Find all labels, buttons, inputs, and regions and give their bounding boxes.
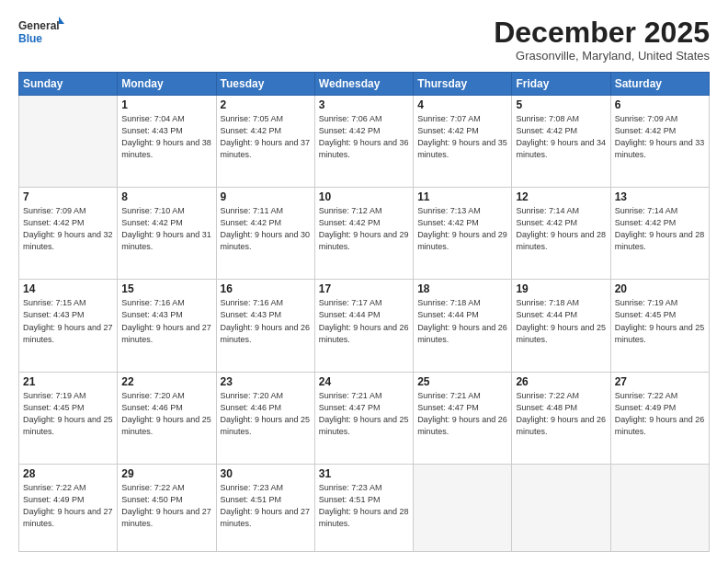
day-number: 4 [417,98,507,111]
calendar-cell: 13 Sunrise: 7:14 AMSunset: 4:42 PMDaylig… [610,188,709,280]
day-info: Sunrise: 7:20 AMSunset: 4:46 PMDaylight:… [221,391,311,436]
day-number: 22 [121,375,211,388]
day-number: 10 [319,190,409,203]
calendar-cell: 30 Sunrise: 7:23 AMSunset: 4:51 PMDaylig… [216,464,314,551]
day-number: 25 [417,375,507,388]
day-info: Sunrise: 7:12 AMSunset: 4:42 PMDaylight:… [319,206,409,251]
day-number: 13 [615,190,705,203]
calendar-cell: 5 Sunrise: 7:08 AMSunset: 4:42 PMDayligh… [512,96,610,188]
logo-svg: General Blue [18,17,64,50]
calendar-week-row: 7 Sunrise: 7:09 AMSunset: 4:42 PMDayligh… [19,188,710,280]
day-number: 17 [319,282,409,295]
logo: General Blue [18,17,64,50]
day-number: 21 [23,375,113,388]
day-info: Sunrise: 7:17 AMSunset: 4:44 PMDaylight:… [319,298,409,343]
calendar-cell [414,464,512,551]
calendar-cell: 21 Sunrise: 7:19 AMSunset: 4:45 PMDaylig… [19,372,118,464]
svg-marker-1 [59,17,64,24]
day-info: Sunrise: 7:19 AMSunset: 4:45 PMDaylight:… [615,298,705,343]
day-number: 16 [221,282,311,295]
calendar-cell: 26 Sunrise: 7:22 AMSunset: 4:48 PMDaylig… [512,372,610,464]
day-number: 11 [417,190,507,203]
day-number: 9 [221,190,311,203]
day-info: Sunrise: 7:22 AMSunset: 4:50 PMDaylight:… [121,483,211,528]
day-number: 24 [319,375,409,388]
day-number: 29 [121,467,211,480]
calendar-cell: 15 Sunrise: 7:16 AMSunset: 4:43 PMDaylig… [118,280,216,372]
calendar-header-row: Sunday Monday Tuesday Wednesday Thursday… [19,73,710,96]
day-info: Sunrise: 7:14 AMSunset: 4:42 PMDaylight:… [516,206,606,251]
day-number: 6 [615,98,705,111]
header-tuesday: Tuesday [216,73,314,96]
day-number: 27 [615,375,705,388]
day-info: Sunrise: 7:18 AMSunset: 4:44 PMDaylight:… [516,298,606,343]
day-number: 30 [221,467,311,480]
day-info: Sunrise: 7:23 AMSunset: 4:51 PMDaylight:… [221,483,311,528]
calendar-week-row: 14 Sunrise: 7:15 AMSunset: 4:43 PMDaylig… [19,280,710,372]
calendar-cell: 27 Sunrise: 7:22 AMSunset: 4:49 PMDaylig… [610,372,709,464]
day-info: Sunrise: 7:18 AMSunset: 4:44 PMDaylight:… [417,298,507,343]
calendar-cell: 6 Sunrise: 7:09 AMSunset: 4:42 PMDayligh… [610,96,709,188]
calendar-cell: 16 Sunrise: 7:16 AMSunset: 4:43 PMDaylig… [216,280,314,372]
day-info: Sunrise: 7:22 AMSunset: 4:49 PMDaylight:… [615,391,705,436]
svg-text:General: General [18,19,60,32]
calendar-cell: 17 Sunrise: 7:17 AMSunset: 4:44 PMDaylig… [314,280,413,372]
day-info: Sunrise: 7:09 AMSunset: 4:42 PMDaylight:… [615,114,705,159]
calendar-cell: 14 Sunrise: 7:15 AMSunset: 4:43 PMDaylig… [19,280,118,372]
calendar-cell: 28 Sunrise: 7:22 AMSunset: 4:49 PMDaylig… [19,464,118,551]
day-number: 3 [319,98,409,111]
day-number: 31 [319,467,409,480]
calendar-cell [19,96,118,188]
page: General Blue December 2025 Grasonville, … [0,0,728,563]
day-info: Sunrise: 7:05 AMSunset: 4:42 PMDaylight:… [221,114,311,159]
day-info: Sunrise: 7:15 AMSunset: 4:43 PMDaylight:… [23,298,113,343]
header-saturday: Saturday [610,73,709,96]
calendar-week-row: 21 Sunrise: 7:19 AMSunset: 4:45 PMDaylig… [19,372,710,464]
day-info: Sunrise: 7:14 AMSunset: 4:42 PMDaylight:… [615,206,705,251]
day-info: Sunrise: 7:16 AMSunset: 4:43 PMDaylight:… [221,298,311,343]
day-number: 19 [516,282,606,295]
day-number: 12 [516,190,606,203]
day-info: Sunrise: 7:09 AMSunset: 4:42 PMDaylight:… [23,206,113,251]
calendar-cell: 3 Sunrise: 7:06 AMSunset: 4:42 PMDayligh… [314,96,413,188]
day-info: Sunrise: 7:06 AMSunset: 4:42 PMDaylight:… [319,114,409,159]
day-info: Sunrise: 7:04 AMSunset: 4:43 PMDaylight:… [121,114,211,159]
calendar-cell: 31 Sunrise: 7:23 AMSunset: 4:51 PMDaylig… [314,464,413,551]
day-number: 7 [23,190,113,203]
calendar-cell: 20 Sunrise: 7:19 AMSunset: 4:45 PMDaylig… [610,280,709,372]
header-monday: Monday [118,73,216,96]
calendar-cell: 18 Sunrise: 7:18 AMSunset: 4:44 PMDaylig… [414,280,512,372]
header-friday: Friday [512,73,610,96]
calendar-cell [512,464,610,551]
day-number: 18 [417,282,507,295]
calendar-cell: 24 Sunrise: 7:21 AMSunset: 4:47 PMDaylig… [314,372,413,464]
day-number: 26 [516,375,606,388]
calendar-cell: 7 Sunrise: 7:09 AMSunset: 4:42 PMDayligh… [19,188,118,280]
day-number: 8 [121,190,211,203]
day-info: Sunrise: 7:08 AMSunset: 4:42 PMDaylight:… [516,114,606,159]
day-info: Sunrise: 7:21 AMSunset: 4:47 PMDaylight:… [319,391,409,436]
day-number: 15 [121,282,211,295]
calendar-cell: 23 Sunrise: 7:20 AMSunset: 4:46 PMDaylig… [216,372,314,464]
calendar-cell: 9 Sunrise: 7:11 AMSunset: 4:42 PMDayligh… [216,188,314,280]
location: Grasonville, Maryland, United States [494,49,710,63]
calendar-week-row: 28 Sunrise: 7:22 AMSunset: 4:49 PMDaylig… [19,464,710,551]
calendar-cell: 29 Sunrise: 7:22 AMSunset: 4:50 PMDaylig… [118,464,216,551]
day-info: Sunrise: 7:22 AMSunset: 4:49 PMDaylight:… [23,483,113,528]
day-number: 5 [516,98,606,111]
calendar-cell: 25 Sunrise: 7:21 AMSunset: 4:47 PMDaylig… [414,372,512,464]
day-info: Sunrise: 7:23 AMSunset: 4:51 PMDaylight:… [319,483,409,528]
calendar-cell: 11 Sunrise: 7:13 AMSunset: 4:42 PMDaylig… [414,188,512,280]
svg-text:Blue: Blue [18,32,42,45]
day-info: Sunrise: 7:20 AMSunset: 4:46 PMDaylight:… [121,391,211,436]
day-info: Sunrise: 7:19 AMSunset: 4:45 PMDaylight:… [23,391,113,436]
day-info: Sunrise: 7:07 AMSunset: 4:42 PMDaylight:… [417,114,507,159]
day-number: 2 [221,98,311,111]
calendar-cell: 2 Sunrise: 7:05 AMSunset: 4:42 PMDayligh… [216,96,314,188]
day-info: Sunrise: 7:10 AMSunset: 4:42 PMDaylight:… [121,206,211,251]
calendar-cell [610,464,709,551]
day-number: 28 [23,467,113,480]
day-info: Sunrise: 7:21 AMSunset: 4:47 PMDaylight:… [417,391,507,436]
header-thursday: Thursday [414,73,512,96]
calendar-week-row: 1 Sunrise: 7:04 AMSunset: 4:43 PMDayligh… [19,96,710,188]
